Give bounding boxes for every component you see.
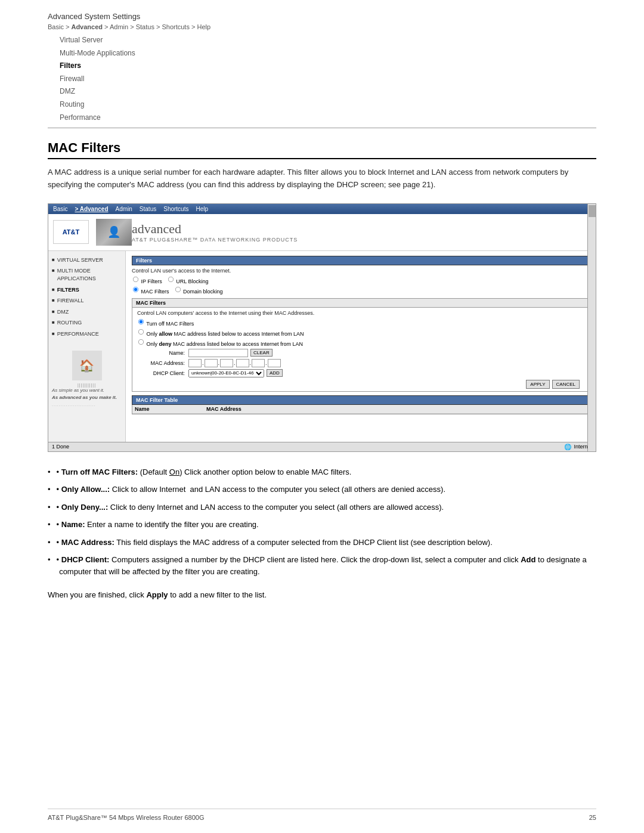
turn-off-mac-label[interactable]: Turn off MAC Filters — [137, 318, 194, 327]
mac-address-label: MAC Address: — [137, 360, 185, 366]
sidebar-item-multimode[interactable]: ■ MULTI MODEAPPLICATIONS — [48, 265, 125, 284]
breadcrumb-basic[interactable]: Basic — [48, 23, 64, 30]
sidebar-signal: ||||||||||| — [52, 383, 122, 387]
name-label: Name: — [137, 350, 185, 356]
apply-button[interactable]: APPLY — [526, 380, 549, 389]
only-allow-mac-radio[interactable] — [138, 329, 144, 335]
table-header-row: Name MAC Address — [132, 405, 589, 414]
name-input[interactable] — [188, 349, 248, 357]
footer-page-number: 25 — [589, 814, 596, 821]
footer-left: AT&T Plug&Share™ 54 Mbps Wireless Router… — [48, 814, 205, 821]
breadcrumb-advanced[interactable]: Advanced — [71, 23, 103, 30]
nav-status[interactable]: Status — [140, 206, 156, 212]
att-logo: AT&T — [53, 220, 89, 244]
bullet-only-deny: • Only Deny...: Click to deny Internet a… — [48, 501, 596, 513]
ip-filters-label[interactable]: IP Filters — [132, 275, 162, 284]
nav-help[interactable]: Help — [196, 206, 208, 212]
statusbar-left: 1 Done — [52, 444, 69, 450]
mac-octet-6[interactable] — [268, 359, 281, 367]
domain-blocking-label[interactable]: Domain blocking — [174, 286, 223, 295]
apply-row: APPLY CANCEL — [137, 380, 584, 389]
bullet-name: • Name: Enter a name to identify the fil… — [48, 519, 596, 531]
sidebar-house-icon: 🏠 — [72, 351, 102, 380]
mac-octet-1[interactable] — [188, 359, 202, 367]
section-heading: MAC Filters — [48, 140, 596, 159]
table-col-name: Name — [135, 406, 206, 412]
breadcrumb: Basic > Advanced > Admin > Status > Shor… — [48, 23, 596, 30]
scroll-thumb[interactable] — [589, 205, 596, 217]
bullet-turn-off: • Turn off MAC Filters: (Default On) Cli… — [48, 466, 596, 478]
only-allow-mac-label[interactable]: Only allow MAC address listed below to a… — [137, 328, 304, 337]
nav-performance[interactable]: Performance — [60, 112, 596, 125]
bullet-icon: ■ — [52, 286, 55, 293]
dhcp-form-row: DHCP Client: unknown|00-20-E0-8C-D1-46 A… — [137, 369, 584, 377]
nav-firewall[interactable]: Firewall — [60, 73, 596, 86]
nav-basic[interactable]: Basic — [53, 206, 67, 212]
nav-multimode[interactable]: Multi-Mode Applications — [60, 47, 596, 60]
control-lan-text: Control LAN user's access to the Interne… — [132, 268, 590, 274]
dhcp-label: DHCP Client: — [137, 370, 185, 376]
breadcrumb-help[interactable]: Help — [197, 23, 210, 30]
nav-advanced-inner[interactable]: > Advanced — [75, 206, 108, 212]
page-footer: AT&T Plug&Share™ 54 Mbps Wireless Router… — [48, 809, 596, 821]
dhcp-select[interactable]: unknown|00-20-E0-8C-D1-46 — [188, 369, 264, 377]
top-header: Advanced System Settings Basic > Advance… — [48, 12, 596, 128]
url-blocking-radio[interactable] — [168, 277, 174, 282]
scrollbar[interactable] — [587, 204, 596, 451]
breadcrumb-admin[interactable]: Admin — [110, 23, 128, 30]
sidebar-item-routing[interactable]: ■ ROUTING — [48, 317, 125, 329]
sidebar-item-performance[interactable]: ■ PERFORMANCE — [48, 329, 125, 340]
breadcrumb-status[interactable]: Status — [136, 23, 154, 30]
bullet-icon: ■ — [52, 256, 55, 263]
att-title-block: advanced AT&T PLUG&SHARE™ DATA NETWORKIN… — [132, 221, 298, 243]
internet-icon: 🌐 — [564, 444, 571, 450]
url-blocking-label[interactable]: URL Blocking — [167, 275, 209, 284]
mac-radio-row2: Only allow MAC address listed below to a… — [137, 328, 584, 337]
sidebar-tagline: As simple as you want it. As advanced as… — [52, 387, 122, 408]
mac-octet-2[interactable] — [205, 359, 218, 367]
nav-dmz[interactable]: DMZ — [60, 85, 596, 98]
nav-routing[interactable]: Routing — [60, 98, 596, 112]
mac-octet-5[interactable] — [252, 359, 265, 367]
mac-filters-label[interactable]: MAC Filters — [132, 286, 169, 295]
att-main-title: advanced — [132, 221, 298, 237]
mac-filter-table-header: MAC Filter Table — [132, 395, 590, 405]
filter-radio-row1: IP Filters URL Blocking — [132, 275, 590, 284]
domain-blocking-radio[interactable] — [175, 287, 180, 292]
nav-shortcuts[interactable]: Shortcuts — [163, 206, 188, 212]
bullet-list: • Turn off MAC Filters: (Default On) Cli… — [48, 466, 596, 578]
only-deny-mac-radio[interactable] — [138, 339, 144, 345]
nav-admin[interactable]: Admin — [116, 206, 132, 212]
sidebar-item-filters[interactable]: ■ FILTERS — [48, 284, 125, 296]
table-col-mac: MAC Address — [206, 406, 587, 412]
cancel-button[interactable]: CANCEL — [552, 380, 580, 389]
bullet-only-allow: • Only Allow...: Click to allow Internet… — [48, 484, 596, 496]
mac-filters-body: Control LAN computers' access to the Int… — [132, 308, 589, 391]
mac-filters-radio[interactable] — [133, 287, 138, 292]
att-content: ■ VIRTUAL SERVER ■ MULTI MODEAPPLICATION… — [48, 251, 596, 442]
mac-address-form-row: MAC Address: . . . . — [137, 359, 584, 367]
bullet-icon: ■ — [52, 308, 55, 315]
name-form-row: Name: CLEAR — [137, 349, 584, 357]
sidebar-item-firewall[interactable]: ■ FIREWALL — [48, 295, 125, 306]
sidebar-item-dmz[interactable]: ■ DMZ — [48, 306, 125, 318]
mac-octet-3[interactable] — [220, 359, 233, 367]
nav-filters[interactable]: Filters — [60, 60, 596, 73]
mac-control-text: Control LAN computers' access to the Int… — [137, 310, 584, 316]
mac-radio-row3: Only deny MAC address listed below to ac… — [137, 338, 584, 347]
nav-virtual-server[interactable]: Virtual Server — [60, 34, 596, 47]
breadcrumb-shortcuts[interactable]: Shortcuts — [162, 23, 189, 30]
only-deny-mac-label[interactable]: Only deny MAC address listed below to ac… — [137, 338, 303, 347]
clear-button[interactable]: CLEAR — [250, 349, 273, 357]
ip-filters-radio[interactable] — [133, 277, 138, 282]
att-sub-title: AT&T PLUG&SHARE™ DATA NETWORKING PRODUCT… — [132, 237, 298, 243]
turn-off-mac-radio[interactable] — [138, 319, 144, 324]
sidebar-item-virtual-server[interactable]: ■ VIRTUAL SERVER — [48, 255, 125, 266]
mac-octet-4[interactable] — [236, 359, 249, 367]
statusbar-done: 1 Done — [52, 444, 69, 450]
add-button[interactable]: ADD — [267, 369, 283, 377]
mac-filters-panel-header: MAC Filters — [132, 299, 589, 308]
mac-filter-table-content: Name MAC Address — [132, 405, 590, 414]
att-main-content: Filters Control LAN user's access to the… — [126, 251, 596, 442]
mac-filters-panel: MAC Filters Control LAN computers' acces… — [132, 298, 590, 392]
